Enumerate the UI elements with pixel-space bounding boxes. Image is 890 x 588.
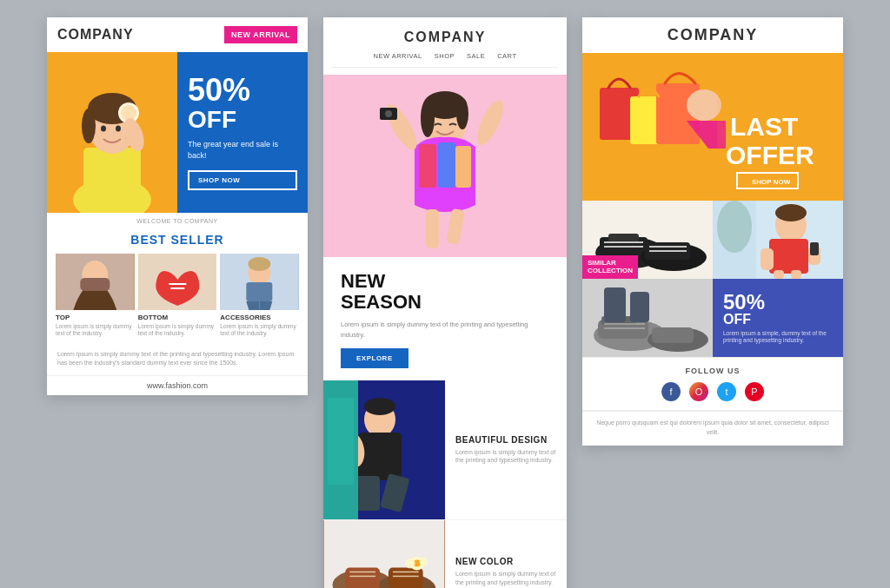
t2-company: COMPANY: [332, 30, 558, 45]
t2-header: COMPANY NEW ARRIVAL SHOP SALE CART: [323, 17, 567, 75]
svg-point-75: [775, 204, 807, 221]
svg-rect-42: [328, 398, 354, 485]
template-1: COMPANY NEW ARRIVAL: [47, 17, 308, 395]
svg-point-23: [421, 99, 435, 137]
t2-nav: NEW ARRIVAL SHOP SALE CART: [332, 52, 558, 68]
t1-product-accessories: ACCESSORIES Lorem ipsum is simply dummy …: [220, 254, 299, 338]
t3-bottom-row: 50% OFF Lorem ipsum a simple, dummy text…: [582, 279, 843, 357]
t1-welcome-text: WELCOME TO COMPANY: [47, 213, 308, 229]
t1-hero-right-panel: 50% OFF The great year end sale is back!…: [177, 52, 308, 213]
t2-new-color-title: NEW COLOR: [455, 557, 556, 566]
t2-beautiful-design-text: BEAUTIFUL DESIGN Lorem ipsum is simply d…: [445, 380, 567, 519]
t3-company: COMPANY: [591, 26, 834, 44]
t3-grid-sneakers: [582, 279, 713, 357]
template-2: COMPANY NEW ARRIVAL SHOP SALE CART: [323, 17, 567, 588]
t2-new-color-desc: Lorem ipsum is simply dummy text of the …: [455, 570, 556, 587]
t2-new-season-section: NEWSEASON Lorem ipsum is simply dummy te…: [323, 257, 567, 380]
svg-rect-47: [389, 567, 423, 588]
t1-bestseller-title: BEST SELLER: [47, 229, 308, 254]
t2-nav-shop[interactable]: SHOP: [435, 52, 455, 60]
t1-product-top-image: [56, 254, 135, 310]
svg-rect-66: [608, 234, 639, 242]
t3-grid-shoes: SIMILARCOLLECTION: [582, 201, 713, 279]
t1-product-accessories-name: ACCESSORIES: [220, 314, 299, 321]
svg-point-19: [249, 257, 271, 271]
t3-grid: SIMILARCOLLECTION: [582, 201, 843, 279]
t3-discount-desc: Lorem ipsum a simple, dummy text of the …: [723, 330, 833, 345]
t2-beautiful-design-image: [323, 380, 445, 519]
svg-point-51: [405, 558, 415, 569]
t3-follow-us-title: FOLLOW US: [591, 367, 834, 375]
t3-header: COMPANY: [582, 17, 843, 53]
svg-text:SHOP NOW: SHOP NOW: [752, 178, 791, 186]
t1-hero: 50% OFF The great year end sale is back!…: [47, 52, 308, 213]
t1-hero-left-panel: [47, 52, 177, 213]
svg-rect-14: [80, 278, 110, 291]
t3-grid-girl: [713, 201, 843, 279]
t2-nav-cart[interactable]: CART: [497, 52, 516, 60]
t1-product-bottom-image: [138, 254, 217, 310]
t3-facebook-icon[interactable]: f: [661, 382, 681, 401]
svg-point-5: [82, 109, 96, 143]
t2-nav-new-arrival[interactable]: NEW ARRIVAL: [374, 52, 422, 60]
svg-rect-77: [791, 270, 801, 279]
t3-pinterest-icon[interactable]: P: [745, 382, 764, 401]
svg-point-79: [717, 201, 752, 253]
t3-twitter-icon[interactable]: t: [717, 382, 736, 401]
svg-rect-74: [810, 242, 819, 255]
t3-discount-label: OFF: [723, 313, 833, 327]
svg-rect-71: [769, 239, 808, 274]
svg-point-57: [687, 89, 721, 121]
svg-point-11: [116, 126, 121, 132]
t2-explore-button[interactable]: EXPLORE: [341, 348, 408, 368]
t1-product-accessories-image: [220, 254, 299, 310]
svg-rect-84: [604, 287, 626, 322]
t1-discount-text: 50%: [188, 75, 297, 106]
t3-discount-value: 50%: [723, 292, 833, 313]
t1-product-bottom-desc: Lorem ipsum is simply dummy text of the …: [138, 323, 217, 338]
svg-rect-18: [247, 282, 273, 301]
template-3: COMPANY LAST OFFER: [582, 17, 843, 446]
t2-new-color-image: [323, 520, 445, 588]
t1-footer-text: Lorem Ipsum is simply dummy text of the …: [47, 345, 308, 375]
t2-nav-sale[interactable]: SALE: [467, 52, 485, 60]
t2-beautiful-design-title: BEAUTIFUL DESIGN: [455, 435, 556, 445]
templates-container: COMPANY NEW ARRIVAL: [47, 17, 843, 588]
t1-products-row: TOP Lorem ipsum is simply dummy text of …: [47, 254, 308, 345]
t2-new-season-desc: Lorem ipsum is simply dummy text of the …: [341, 320, 549, 340]
svg-point-33: [385, 110, 392, 117]
svg-text:OFFER: OFFER: [726, 141, 814, 169]
t3-similar-collection-label: SIMILARCOLLECTION: [582, 255, 638, 279]
t1-sale-text: The great year end sale is back!: [188, 139, 297, 161]
svg-point-40: [364, 398, 395, 415]
t3-follow-section: FOLLOW US f O t P: [582, 357, 843, 410]
svg-rect-25: [419, 144, 436, 188]
t2-beautiful-design-desc: Lorem ipsum is simply dummy text of the …: [455, 448, 556, 466]
t2-beautiful-design-section: BEAUTIFUL DESIGN Lorem ipsum is simply d…: [323, 380, 567, 519]
t1-product-top-desc: Lorem ipsum is simply dummy text of the …: [56, 323, 135, 338]
t1-product-bottom-name: BOTTOM: [138, 314, 217, 321]
svg-rect-85: [630, 292, 649, 322]
svg-point-24: [456, 98, 468, 129]
svg-rect-26: [438, 142, 455, 188]
t1-product-accessories-desc: Lorem ipsum is simply dummy text of the …: [220, 323, 299, 338]
t2-hero-image: [323, 75, 567, 257]
svg-point-52: [420, 558, 428, 566]
t1-product-top: TOP Lorem ipsum is simply dummy text of …: [56, 254, 135, 338]
t1-company: COMPANY: [57, 27, 134, 43]
t3-footer-text: Neque porro quisquam est qui dolorem ips…: [582, 411, 843, 446]
t3-hero: LAST OFFER SHOP NOW: [582, 53, 843, 201]
t3-discount-cell: 50% OFF Lorem ipsum a simple, dummy text…: [713, 279, 843, 357]
svg-rect-72: [760, 248, 774, 270]
t1-product-top-name: TOP: [56, 314, 135, 321]
t1-website: www.fashion.com: [47, 375, 308, 395]
t3-instagram-icon[interactable]: O: [689, 382, 708, 401]
t1-badge: NEW ARRIVAL: [224, 26, 297, 43]
t1-shop-now-button[interactable]: SHOP NOW: [188, 170, 297, 190]
svg-rect-46: [345, 567, 380, 588]
t1-header: COMPANY NEW ARRIVAL: [47, 17, 308, 52]
t3-social-icons: f O t P: [591, 382, 834, 401]
svg-rect-87: [652, 327, 694, 343]
svg-text:LAST: LAST: [730, 112, 798, 141]
svg-rect-36: [358, 433, 402, 480]
